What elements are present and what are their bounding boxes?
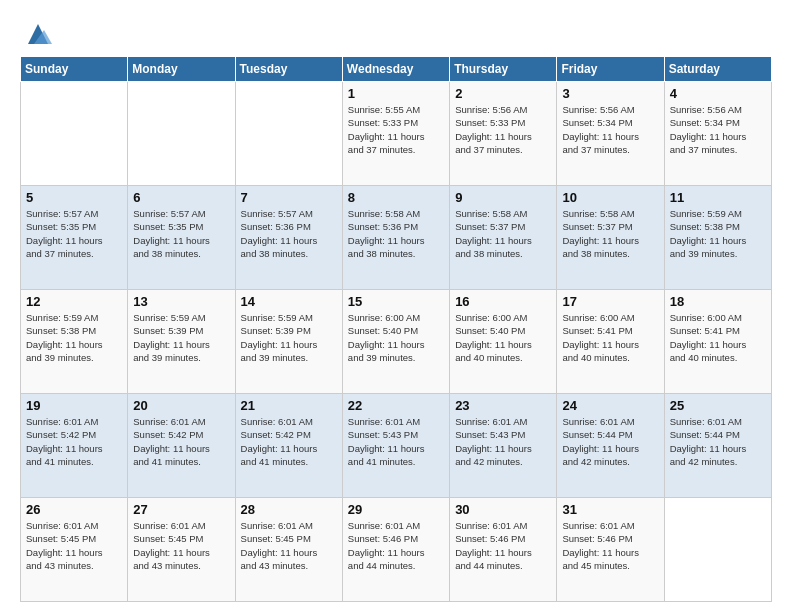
- page: SundayMondayTuesdayWednesdayThursdayFrid…: [0, 0, 792, 612]
- day-number: 4: [670, 86, 766, 101]
- calendar-cell: 5Sunrise: 5:57 AM Sunset: 5:35 PM Daylig…: [21, 186, 128, 290]
- day-number: 17: [562, 294, 658, 309]
- day-info: Sunrise: 6:01 AM Sunset: 5:44 PM Dayligh…: [670, 415, 766, 468]
- day-number: 13: [133, 294, 229, 309]
- calendar-cell: [235, 82, 342, 186]
- calendar-cell: 29Sunrise: 6:01 AM Sunset: 5:46 PM Dayli…: [342, 498, 449, 602]
- calendar-cell: 25Sunrise: 6:01 AM Sunset: 5:44 PM Dayli…: [664, 394, 771, 498]
- logo-icon: [24, 20, 52, 48]
- calendar-cell: 23Sunrise: 6:01 AM Sunset: 5:43 PM Dayli…: [450, 394, 557, 498]
- calendar-cell: 9Sunrise: 5:58 AM Sunset: 5:37 PM Daylig…: [450, 186, 557, 290]
- day-info: Sunrise: 6:00 AM Sunset: 5:40 PM Dayligh…: [455, 311, 551, 364]
- calendar-cell: 26Sunrise: 6:01 AM Sunset: 5:45 PM Dayli…: [21, 498, 128, 602]
- calendar-cell: 28Sunrise: 6:01 AM Sunset: 5:45 PM Dayli…: [235, 498, 342, 602]
- header: [20, 16, 772, 48]
- days-header-row: SundayMondayTuesdayWednesdayThursdayFrid…: [21, 57, 772, 82]
- day-header-sunday: Sunday: [21, 57, 128, 82]
- calendar-cell: 4Sunrise: 5:56 AM Sunset: 5:34 PM Daylig…: [664, 82, 771, 186]
- day-info: Sunrise: 6:01 AM Sunset: 5:45 PM Dayligh…: [241, 519, 337, 572]
- logo-area: [20, 20, 52, 48]
- day-info: Sunrise: 5:57 AM Sunset: 5:35 PM Dayligh…: [133, 207, 229, 260]
- day-info: Sunrise: 6:01 AM Sunset: 5:46 PM Dayligh…: [348, 519, 444, 572]
- calendar-cell: [21, 82, 128, 186]
- day-number: 15: [348, 294, 444, 309]
- day-number: 21: [241, 398, 337, 413]
- day-header-thursday: Thursday: [450, 57, 557, 82]
- day-number: 7: [241, 190, 337, 205]
- day-number: 3: [562, 86, 658, 101]
- day-number: 22: [348, 398, 444, 413]
- calendar-cell: 1Sunrise: 5:55 AM Sunset: 5:33 PM Daylig…: [342, 82, 449, 186]
- calendar-cell: 3Sunrise: 5:56 AM Sunset: 5:34 PM Daylig…: [557, 82, 664, 186]
- day-info: Sunrise: 5:57 AM Sunset: 5:35 PM Dayligh…: [26, 207, 122, 260]
- day-info: Sunrise: 6:01 AM Sunset: 5:43 PM Dayligh…: [348, 415, 444, 468]
- day-number: 23: [455, 398, 551, 413]
- calendar-cell: 22Sunrise: 6:01 AM Sunset: 5:43 PM Dayli…: [342, 394, 449, 498]
- day-info: Sunrise: 5:58 AM Sunset: 5:36 PM Dayligh…: [348, 207, 444, 260]
- calendar-cell: 30Sunrise: 6:01 AM Sunset: 5:46 PM Dayli…: [450, 498, 557, 602]
- week-row-5: 26Sunrise: 6:01 AM Sunset: 5:45 PM Dayli…: [21, 498, 772, 602]
- day-info: Sunrise: 6:01 AM Sunset: 5:45 PM Dayligh…: [26, 519, 122, 572]
- day-info: Sunrise: 6:01 AM Sunset: 5:46 PM Dayligh…: [562, 519, 658, 572]
- day-number: 11: [670, 190, 766, 205]
- day-header-monday: Monday: [128, 57, 235, 82]
- day-number: 30: [455, 502, 551, 517]
- day-info: Sunrise: 5:59 AM Sunset: 5:38 PM Dayligh…: [26, 311, 122, 364]
- day-info: Sunrise: 5:56 AM Sunset: 5:33 PM Dayligh…: [455, 103, 551, 156]
- day-header-wednesday: Wednesday: [342, 57, 449, 82]
- day-info: Sunrise: 6:01 AM Sunset: 5:42 PM Dayligh…: [241, 415, 337, 468]
- week-row-2: 5Sunrise: 5:57 AM Sunset: 5:35 PM Daylig…: [21, 186, 772, 290]
- calendar-cell: 19Sunrise: 6:01 AM Sunset: 5:42 PM Dayli…: [21, 394, 128, 498]
- week-row-4: 19Sunrise: 6:01 AM Sunset: 5:42 PM Dayli…: [21, 394, 772, 498]
- calendar-cell: 11Sunrise: 5:59 AM Sunset: 5:38 PM Dayli…: [664, 186, 771, 290]
- day-info: Sunrise: 5:56 AM Sunset: 5:34 PM Dayligh…: [670, 103, 766, 156]
- day-info: Sunrise: 6:00 AM Sunset: 5:40 PM Dayligh…: [348, 311, 444, 364]
- day-number: 20: [133, 398, 229, 413]
- calendar-cell: 31Sunrise: 6:01 AM Sunset: 5:46 PM Dayli…: [557, 498, 664, 602]
- day-info: Sunrise: 6:01 AM Sunset: 5:43 PM Dayligh…: [455, 415, 551, 468]
- day-number: 24: [562, 398, 658, 413]
- week-row-1: 1Sunrise: 5:55 AM Sunset: 5:33 PM Daylig…: [21, 82, 772, 186]
- day-info: Sunrise: 5:58 AM Sunset: 5:37 PM Dayligh…: [455, 207, 551, 260]
- day-info: Sunrise: 5:57 AM Sunset: 5:36 PM Dayligh…: [241, 207, 337, 260]
- day-number: 12: [26, 294, 122, 309]
- week-row-3: 12Sunrise: 5:59 AM Sunset: 5:38 PM Dayli…: [21, 290, 772, 394]
- day-number: 6: [133, 190, 229, 205]
- day-number: 10: [562, 190, 658, 205]
- calendar-cell: 21Sunrise: 6:01 AM Sunset: 5:42 PM Dayli…: [235, 394, 342, 498]
- calendar-cell: 18Sunrise: 6:00 AM Sunset: 5:41 PM Dayli…: [664, 290, 771, 394]
- day-number: 9: [455, 190, 551, 205]
- day-info: Sunrise: 5:56 AM Sunset: 5:34 PM Dayligh…: [562, 103, 658, 156]
- calendar-cell: 6Sunrise: 5:57 AM Sunset: 5:35 PM Daylig…: [128, 186, 235, 290]
- day-number: 16: [455, 294, 551, 309]
- day-number: 31: [562, 502, 658, 517]
- calendar-cell: 8Sunrise: 5:58 AM Sunset: 5:36 PM Daylig…: [342, 186, 449, 290]
- calendar-cell: 10Sunrise: 5:58 AM Sunset: 5:37 PM Dayli…: [557, 186, 664, 290]
- calendar-cell: 27Sunrise: 6:01 AM Sunset: 5:45 PM Dayli…: [128, 498, 235, 602]
- day-info: Sunrise: 6:00 AM Sunset: 5:41 PM Dayligh…: [670, 311, 766, 364]
- calendar-table: SundayMondayTuesdayWednesdayThursdayFrid…: [20, 56, 772, 602]
- day-header-friday: Friday: [557, 57, 664, 82]
- day-info: Sunrise: 6:01 AM Sunset: 5:46 PM Dayligh…: [455, 519, 551, 572]
- day-info: Sunrise: 5:59 AM Sunset: 5:38 PM Dayligh…: [670, 207, 766, 260]
- calendar-cell: [664, 498, 771, 602]
- day-number: 19: [26, 398, 122, 413]
- day-number: 25: [670, 398, 766, 413]
- day-header-saturday: Saturday: [664, 57, 771, 82]
- day-info: Sunrise: 5:59 AM Sunset: 5:39 PM Dayligh…: [241, 311, 337, 364]
- day-number: 8: [348, 190, 444, 205]
- calendar-cell: 13Sunrise: 5:59 AM Sunset: 5:39 PM Dayli…: [128, 290, 235, 394]
- day-info: Sunrise: 6:01 AM Sunset: 5:45 PM Dayligh…: [133, 519, 229, 572]
- day-info: Sunrise: 5:58 AM Sunset: 5:37 PM Dayligh…: [562, 207, 658, 260]
- day-number: 29: [348, 502, 444, 517]
- day-info: Sunrise: 5:55 AM Sunset: 5:33 PM Dayligh…: [348, 103, 444, 156]
- calendar-cell: 24Sunrise: 6:01 AM Sunset: 5:44 PM Dayli…: [557, 394, 664, 498]
- day-info: Sunrise: 6:01 AM Sunset: 5:44 PM Dayligh…: [562, 415, 658, 468]
- day-header-tuesday: Tuesday: [235, 57, 342, 82]
- day-number: 5: [26, 190, 122, 205]
- calendar-cell: 7Sunrise: 5:57 AM Sunset: 5:36 PM Daylig…: [235, 186, 342, 290]
- day-info: Sunrise: 6:01 AM Sunset: 5:42 PM Dayligh…: [26, 415, 122, 468]
- calendar-cell: [128, 82, 235, 186]
- calendar-cell: 20Sunrise: 6:01 AM Sunset: 5:42 PM Dayli…: [128, 394, 235, 498]
- day-number: 27: [133, 502, 229, 517]
